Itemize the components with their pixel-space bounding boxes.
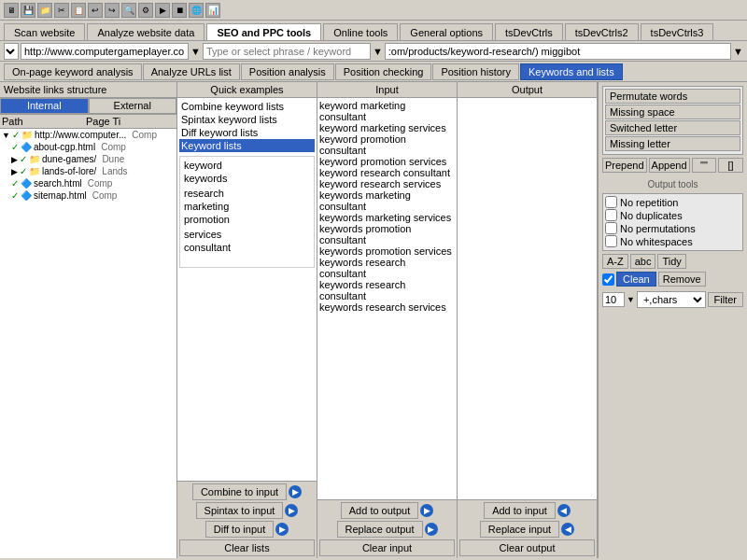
- address-input-2[interactable]: [203, 43, 371, 60]
- no-duplicates-check[interactable]: [605, 209, 617, 221]
- add-output-arrow-icon[interactable]: ▶: [420, 504, 433, 517]
- bracket-btn[interactable]: []: [718, 158, 743, 173]
- col-path: Path: [2, 116, 86, 127]
- combine-arrow-icon[interactable]: ▶: [289, 485, 302, 498]
- kw-sub-item-5[interactable]: marketing: [182, 200, 312, 213]
- tab-tsdevctrls3[interactable]: tsDevCtrls3: [641, 23, 714, 40]
- address-dropdown-arrow-3[interactable]: ▼: [733, 46, 743, 57]
- kw-sub-item-2[interactable]: keywords: [182, 172, 312, 185]
- add-input-arrow-icon[interactable]: ◀: [557, 504, 571, 517]
- address-input-1[interactable]: [21, 43, 189, 60]
- filter-select[interactable]: +,chars -,chars words: [637, 291, 706, 308]
- tab-online-tools[interactable]: Online tools: [323, 23, 398, 40]
- tree-item-about[interactable]: ✓ 🔷 about-cgp.html Comp: [0, 141, 176, 153]
- tab-position-history[interactable]: Position history: [432, 63, 519, 80]
- tab-external[interactable]: External: [89, 98, 177, 114]
- qe-item-spintax[interactable]: Spintax keyword lists: [179, 113, 315, 126]
- az-btn[interactable]: A-Z: [602, 254, 628, 269]
- input-textarea[interactable]: keyword marketing consultant keyword mar…: [317, 98, 457, 499]
- address-dropdown-arrow-1[interactable]: ▼: [190, 46, 201, 57]
- tree-item-dune[interactable]: ▶ ✓ 📁 dune-games/ Dune: [0, 153, 176, 165]
- address-dropdown-1[interactable]: [4, 43, 19, 60]
- qe-item-diff[interactable]: Diff keyword lists: [179, 126, 315, 139]
- spintax-to-input-btn[interactable]: Spintax to input: [196, 502, 284, 519]
- append-btn[interactable]: Append: [649, 158, 690, 173]
- replace-input-arrow-icon[interactable]: ◀: [561, 523, 574, 536]
- tidy-btn[interactable]: Tidy: [657, 254, 685, 269]
- prepend-btn[interactable]: Prepend: [602, 158, 647, 173]
- clear-lists-btn[interactable]: Clear lists: [179, 539, 315, 556]
- tab-analyze-urls[interactable]: Analyze URLs list: [143, 63, 240, 80]
- tab-position-analysis[interactable]: Position analysis: [241, 63, 334, 80]
- filter-number-input[interactable]: [602, 292, 625, 307]
- toolbar-icon-6[interactable]: ↩: [88, 3, 103, 18]
- kw-sub-area[interactable]: keyword keywords research marketing prom…: [179, 156, 315, 268]
- toolbar-icon-7[interactable]: ↪: [105, 3, 120, 18]
- toolbar-icon-13[interactable]: 📊: [205, 3, 220, 18]
- toolbar-icon-2[interactable]: 💾: [21, 3, 35, 18]
- missing-space-btn[interactable]: Missing space: [605, 105, 740, 119]
- tab-internal[interactable]: Internal: [0, 98, 89, 114]
- kw-sub-item-8[interactable]: services: [182, 228, 312, 241]
- toolbar-icon-5[interactable]: 📋: [71, 3, 86, 18]
- toolbar-icon-3[interactable]: 📁: [37, 3, 52, 18]
- qe-item-kwlists[interactable]: Keyword lists: [179, 139, 315, 152]
- filter-minus-icon[interactable]: ▼: [627, 295, 635, 304]
- spintax-arrow-icon[interactable]: ▶: [285, 504, 298, 517]
- kw-sub-item-4[interactable]: research: [182, 187, 312, 200]
- toolbar-icon-8[interactable]: 🔍: [121, 3, 136, 18]
- no-repetition-check[interactable]: [605, 196, 617, 208]
- tab-analyze-website[interactable]: Analyze website data: [87, 23, 204, 40]
- replace-input-btn[interactable]: Replace input: [480, 521, 559, 538]
- remove-btn[interactable]: Remove: [658, 272, 706, 287]
- permutate-words-btn[interactable]: Permutate words: [605, 89, 740, 104]
- replace-output-btn[interactable]: Replace output: [337, 521, 423, 538]
- kw-sub-item-1[interactable]: keyword: [182, 159, 312, 172]
- toolbar-icon-9[interactable]: ⚙: [138, 3, 153, 18]
- quote-btn[interactable]: "": [692, 158, 717, 173]
- tab-tsdevctrls[interactable]: tsDevCtrls: [495, 23, 563, 40]
- expand-icon-dune: ▶: [11, 155, 18, 164]
- tree-area[interactable]: ▼ ✓ 📁 http://www.computer... Comp ✓ 🔷 ab…: [0, 129, 176, 558]
- toolbar-icon-4[interactable]: ✂: [54, 3, 69, 18]
- switched-letter-btn[interactable]: Switched letter: [605, 120, 740, 135]
- toolbar-icon-12[interactable]: 🌐: [189, 3, 204, 18]
- tab-general-options[interactable]: General options: [400, 23, 493, 40]
- replace-output-arrow-icon[interactable]: ▶: [425, 523, 438, 536]
- tab-tsdevctrls2[interactable]: tsDevCtrls2: [565, 23, 639, 40]
- address-input-3[interactable]: [385, 43, 731, 60]
- tab-position-checking[interactable]: Position checking: [335, 63, 432, 80]
- tree-item-search[interactable]: ✓ 🔷 search.html Comp: [0, 177, 176, 189]
- quick-examples-list[interactable]: Combine keyword lists Spintax keyword li…: [177, 98, 317, 481]
- clear-output-btn[interactable]: Clear output: [459, 539, 595, 556]
- add-to-output-btn[interactable]: Add to output: [341, 502, 418, 519]
- clear-input-btn[interactable]: Clear input: [319, 539, 455, 556]
- abc-btn[interactable]: abc: [630, 254, 656, 269]
- address-dropdown-arrow-2[interactable]: ▼: [373, 46, 383, 57]
- tree-item-search-label: search.html: [34, 178, 82, 189]
- tab-onpage-keyword[interactable]: On-page keyword analysis: [4, 63, 142, 80]
- tree-item-sitemap[interactable]: ✓ 🔷 sitemap.html Comp: [0, 189, 176, 202]
- clean-btn[interactable]: Clean: [616, 272, 656, 287]
- missing-letter-btn[interactable]: Missing letter: [605, 136, 740, 151]
- qe-item-combine[interactable]: Combine keyword lists: [179, 100, 315, 113]
- output-textarea[interactable]: [458, 98, 597, 499]
- kw-sub-item-9[interactable]: consultant: [182, 241, 312, 254]
- tree-item-root[interactable]: ▼ ✓ 📁 http://www.computer... Comp: [0, 129, 176, 141]
- toolbar-icon-11[interactable]: ⏹: [172, 3, 187, 18]
- kw-sub-item-6[interactable]: promotion: [182, 213, 312, 226]
- tab-keywords-lists[interactable]: Keywords and lists: [520, 63, 623, 80]
- no-whitespaces-check[interactable]: [605, 235, 617, 247]
- combine-to-input-btn[interactable]: Combine to input: [192, 483, 287, 500]
- tab-seo-ppc[interactable]: SEO and PPC tools: [206, 23, 321, 40]
- diff-to-input-btn[interactable]: Diff to input: [205, 521, 274, 538]
- toolbar-icon-10[interactable]: ▶: [155, 3, 170, 18]
- add-to-input-btn[interactable]: Add to input: [484, 502, 556, 519]
- toolbar-icon-1[interactable]: 🖥: [4, 3, 19, 18]
- tab-scan-website[interactable]: Scan website: [4, 23, 85, 40]
- diff-arrow-icon[interactable]: ▶: [275, 523, 289, 536]
- filter-btn[interactable]: Filter: [708, 292, 743, 307]
- tree-item-lands[interactable]: ▶ ✓ 📁 lands-of-lore/ Lands: [0, 165, 176, 177]
- no-permutations-check[interactable]: [605, 222, 617, 234]
- clean-checkbox[interactable]: [602, 273, 614, 286]
